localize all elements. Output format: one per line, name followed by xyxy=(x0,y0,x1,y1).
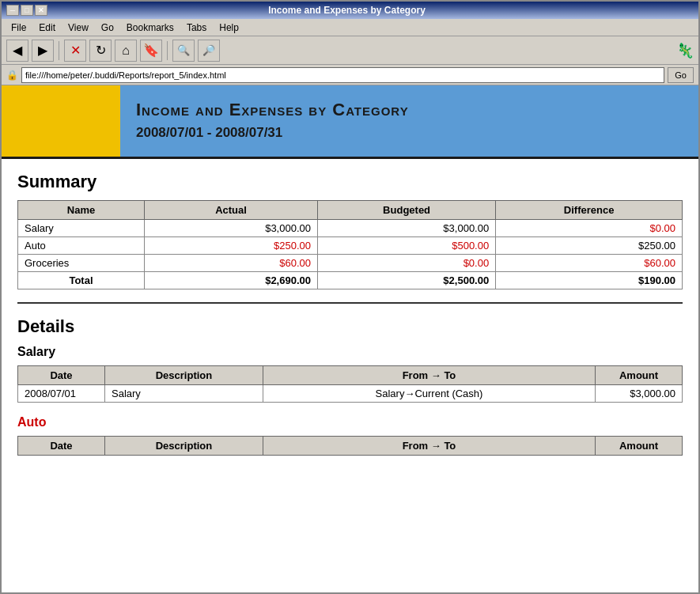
summary-salary-budgeted: $3,000.00 xyxy=(318,220,496,237)
home-button[interactable]: ⌂ xyxy=(115,40,137,62)
section-divider xyxy=(17,302,683,304)
report-title: Income and Expenses by Category xyxy=(136,100,409,120)
toolbar: ◀ ▶ ✕ ↻ ⌂ 🔖 🔍 🔎 🦎 xyxy=(2,36,698,65)
summary-total-difference: $190.00 xyxy=(496,272,683,289)
header-yellow-box xyxy=(2,85,120,157)
detail-salary-row-1: 2008/07/01 Salary Salary→Current (Cash) … xyxy=(18,385,683,403)
summary-total-row: Total $2,690.00 $2,500.00 $190.00 xyxy=(18,272,683,289)
detail-col-amount-1: Amount xyxy=(596,366,683,385)
summary-total-label: Total xyxy=(18,272,145,289)
details-heading: Details xyxy=(17,316,683,337)
summary-salary-name: Salary xyxy=(18,220,145,237)
summary-row-auto: Auto $250.00 $500.00 $250.00 xyxy=(18,237,683,255)
toolbar-separator-1 xyxy=(59,41,59,60)
summary-col-budgeted: Budgeted xyxy=(318,201,496,220)
detail-col-date-2: Date xyxy=(18,437,105,456)
summary-groceries-name: Groceries xyxy=(18,255,145,272)
menu-go[interactable]: Go xyxy=(95,21,120,35)
report-body: Summary Name Actual Budgeted Difference … xyxy=(2,159,698,481)
search-button[interactable]: 🔍 xyxy=(172,40,195,62)
detail-salary-header-row: Date Description From → To Amount xyxy=(18,366,683,385)
detail-auto-header-row: Date Description From → To Amount xyxy=(18,437,683,456)
menu-bookmarks[interactable]: Bookmarks xyxy=(120,21,180,35)
gecko-icon: 🦎 xyxy=(676,42,694,59)
detail-auto-heading: Auto xyxy=(17,415,683,429)
detail-salary-table: Date Description From → To Amount 2008/0… xyxy=(17,365,683,403)
title-bar: ─ □ ✕ Income and Expenses by Category xyxy=(2,2,698,19)
back-button[interactable]: ◀ xyxy=(6,40,28,62)
menu-tabs[interactable]: Tabs xyxy=(180,21,213,35)
lock-icon: 🔒 xyxy=(6,70,18,81)
detail-col-fromto-1: From → To xyxy=(263,366,596,385)
title-bar-buttons[interactable]: ─ □ ✕ xyxy=(6,5,47,16)
summary-groceries-budgeted: $0.00 xyxy=(318,255,496,272)
summary-table: Name Actual Budgeted Difference Salary $… xyxy=(17,200,683,289)
summary-auto-budgeted: $500.00 xyxy=(318,237,496,255)
detail-salary-heading: Salary xyxy=(17,345,683,359)
summary-heading: Summary xyxy=(17,172,683,192)
summary-auto-actual: $250.00 xyxy=(145,237,318,255)
maximize-button[interactable]: □ xyxy=(21,5,33,16)
detail-salary-amount: $3,000.00 xyxy=(596,385,683,403)
summary-col-difference: Difference xyxy=(496,201,683,220)
detail-col-desc-2: Description xyxy=(105,437,263,456)
summary-salary-difference: $0.00 xyxy=(496,220,683,237)
reload-button[interactable]: ↻ xyxy=(89,40,112,62)
header-text-area: Income and Expenses by Category 2008/07/… xyxy=(120,85,425,157)
detail-salary-fromto: Salary→Current (Cash) xyxy=(263,385,596,403)
close-button[interactable]: ✕ xyxy=(35,5,47,16)
summary-row-groceries: Groceries $60.00 $0.00 $60.00 xyxy=(18,255,683,272)
forward-button[interactable]: ▶ xyxy=(32,40,54,62)
summary-salary-actual: $3,000.00 xyxy=(145,220,318,237)
detail-col-fromto-2: From → To xyxy=(263,437,596,456)
summary-table-header-row: Name Actual Budgeted Difference xyxy=(18,201,683,220)
menu-file[interactable]: File xyxy=(5,21,32,35)
zoom-button[interactable]: 🔎 xyxy=(198,40,220,62)
summary-total-budgeted: $2,500.00 xyxy=(318,272,496,289)
summary-auto-difference: $250.00 xyxy=(496,237,683,255)
detail-col-amount-2: Amount xyxy=(596,437,683,456)
go-button[interactable]: Go xyxy=(668,67,694,83)
summary-total-actual: $2,690.00 xyxy=(145,272,318,289)
menu-bar: File Edit View Go Bookmarks Tabs Help xyxy=(2,19,698,36)
detail-col-date-1: Date xyxy=(18,366,105,385)
menu-view[interactable]: View xyxy=(62,21,95,35)
summary-col-name: Name xyxy=(18,201,145,220)
menu-edit[interactable]: Edit xyxy=(32,21,62,35)
report-header: Income and Expenses by Category 2008/07/… xyxy=(2,85,698,159)
window-frame: ─ □ ✕ Income and Expenses by Category Fi… xyxy=(0,0,700,594)
menu-help[interactable]: Help xyxy=(213,21,245,35)
detail-col-desc-1: Description xyxy=(105,366,263,385)
stop-button[interactable]: ✕ xyxy=(64,40,86,62)
summary-groceries-actual: $60.00 xyxy=(145,255,318,272)
summary-col-actual: Actual xyxy=(145,201,318,220)
summary-row-salary: Salary $3,000.00 $3,000.00 $0.00 xyxy=(18,220,683,237)
report-date-range: 2008/07/01 - 2008/07/31 xyxy=(136,125,409,141)
address-input[interactable] xyxy=(21,67,664,83)
detail-auto-table: Date Description From → To Amount xyxy=(17,436,683,456)
toolbar-separator-2 xyxy=(167,41,168,60)
bookmark-button[interactable]: 🔖 xyxy=(140,40,162,62)
address-bar: 🔒 Go xyxy=(2,65,698,85)
minimize-button[interactable]: ─ xyxy=(6,5,19,16)
summary-groceries-difference: $60.00 xyxy=(496,255,683,272)
window-title: Income and Expenses by Category xyxy=(268,5,426,16)
detail-salary-date: 2008/07/01 xyxy=(18,385,105,403)
detail-salary-description: Salary xyxy=(105,385,263,403)
content-area[interactable]: Income and Expenses by Category 2008/07/… xyxy=(2,85,698,592)
summary-auto-name: Auto xyxy=(18,237,145,255)
